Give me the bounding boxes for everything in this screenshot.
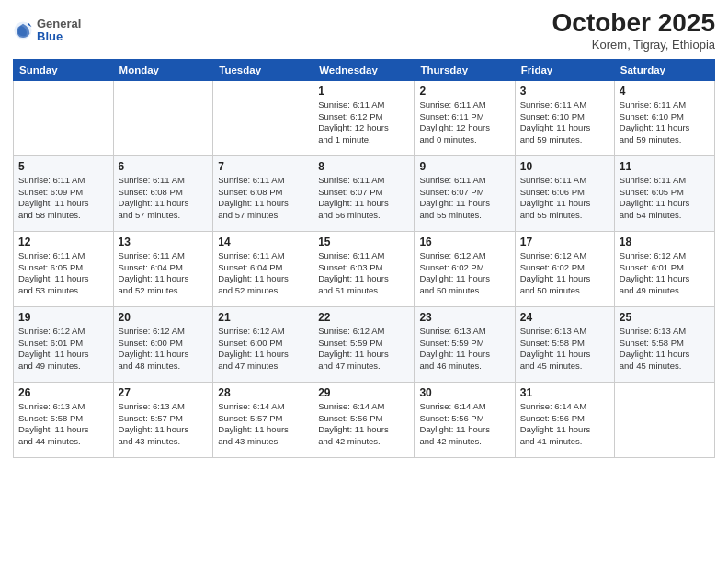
day-info: Sunrise: 6:11 AMSunset: 6:05 PMDaylight:…	[18, 250, 108, 297]
day-number: 2	[419, 85, 509, 98]
weekday-header-saturday: Saturday	[614, 59, 714, 80]
calendar-cell: 6Sunrise: 6:11 AMSunset: 6:08 PMDaylight…	[113, 155, 213, 231]
day-number: 13	[119, 236, 209, 248]
day-number: 29	[318, 386, 409, 399]
day-info: Sunrise: 6:11 AMSunset: 6:10 PMDaylight:…	[620, 99, 710, 146]
day-number: 5	[18, 160, 108, 173]
day-info: Sunrise: 6:11 AMSunset: 6:10 PMDaylight:…	[520, 99, 609, 146]
day-info: Sunrise: 6:11 AMSunset: 6:12 PMDaylight:…	[318, 99, 409, 146]
calendar-cell: 19Sunrise: 6:12 AMSunset: 6:01 PMDayligh…	[14, 306, 114, 382]
day-number: 14	[218, 236, 308, 248]
weekday-header-row: SundayMondayTuesdayWednesdayThursdayFrid…	[14, 59, 715, 80]
day-number: 8	[318, 160, 409, 173]
day-info: Sunrise: 6:12 AMSunset: 5:59 PMDaylight:…	[318, 326, 409, 373]
day-number: 19	[18, 311, 108, 324]
day-number: 1	[318, 85, 409, 98]
weekday-header-wednesday: Wednesday	[313, 59, 415, 80]
day-number: 9	[419, 160, 509, 173]
day-number: 20	[119, 311, 209, 324]
calendar-week-row: 19Sunrise: 6:12 AMSunset: 6:01 PMDayligh…	[14, 306, 715, 382]
calendar-cell: 5Sunrise: 6:11 AMSunset: 6:09 PMDaylight…	[14, 155, 114, 231]
calendar-week-row: 26Sunrise: 6:13 AMSunset: 5:58 PMDayligh…	[14, 382, 715, 457]
day-number: 26	[18, 386, 108, 399]
day-info: Sunrise: 6:12 AMSunset: 6:01 PMDaylight:…	[18, 326, 108, 373]
calendar-cell	[614, 382, 714, 457]
logo-general: General	[37, 17, 81, 30]
calendar-cell: 30Sunrise: 6:14 AMSunset: 5:56 PMDayligh…	[415, 382, 515, 457]
weekday-header-sunday: Sunday	[14, 59, 114, 80]
calendar-cell: 15Sunrise: 6:11 AMSunset: 6:03 PMDayligh…	[313, 231, 415, 306]
day-info: Sunrise: 6:14 AMSunset: 5:57 PMDaylight:…	[218, 401, 308, 448]
day-info: Sunrise: 6:13 AMSunset: 5:58 PMDaylight:…	[520, 326, 609, 373]
calendar-cell: 18Sunrise: 6:12 AMSunset: 6:01 PMDayligh…	[614, 231, 714, 306]
day-number: 7	[218, 160, 308, 173]
logo-blue: Blue	[37, 30, 81, 43]
calendar-week-row: 12Sunrise: 6:11 AMSunset: 6:05 PMDayligh…	[14, 231, 715, 306]
calendar-cell: 16Sunrise: 6:12 AMSunset: 6:02 PMDayligh…	[415, 231, 515, 306]
day-info: Sunrise: 6:12 AMSunset: 6:02 PMDaylight:…	[520, 250, 609, 297]
calendar-cell: 11Sunrise: 6:11 AMSunset: 6:05 PMDayligh…	[614, 155, 714, 231]
location-subtitle: Korem, Tigray, Ethiopia	[552, 38, 715, 52]
day-info: Sunrise: 6:11 AMSunset: 6:07 PMDaylight:…	[419, 175, 509, 222]
day-info: Sunrise: 6:13 AMSunset: 5:58 PMDaylight:…	[620, 326, 710, 373]
day-info: Sunrise: 6:14 AMSunset: 5:56 PMDaylight:…	[318, 401, 409, 448]
day-number: 17	[520, 236, 609, 248]
page-header: General Blue October 2025 Korem, Tigray,…	[13, 9, 715, 52]
day-info: Sunrise: 6:14 AMSunset: 5:56 PMDaylight:…	[520, 401, 609, 448]
calendar-cell: 1Sunrise: 6:11 AMSunset: 6:12 PMDaylight…	[313, 80, 415, 155]
day-info: Sunrise: 6:13 AMSunset: 5:57 PMDaylight:…	[119, 401, 209, 448]
day-info: Sunrise: 6:11 AMSunset: 6:11 PMDaylight:…	[419, 99, 509, 146]
calendar-cell	[213, 80, 313, 155]
day-number: 16	[419, 236, 509, 248]
day-info: Sunrise: 6:11 AMSunset: 6:09 PMDaylight:…	[18, 175, 108, 222]
logo-text: General Blue	[37, 17, 81, 44]
calendar-cell: 2Sunrise: 6:11 AMSunset: 6:11 PMDaylight…	[415, 80, 515, 155]
title-block: October 2025 Korem, Tigray, Ethiopia	[552, 9, 715, 52]
weekday-header-thursday: Thursday	[415, 59, 515, 80]
day-info: Sunrise: 6:11 AMSunset: 6:08 PMDaylight:…	[218, 175, 308, 222]
calendar-cell: 22Sunrise: 6:12 AMSunset: 5:59 PMDayligh…	[313, 306, 415, 382]
calendar-cell: 8Sunrise: 6:11 AMSunset: 6:07 PMDaylight…	[313, 155, 415, 231]
day-info: Sunrise: 6:11 AMSunset: 6:05 PMDaylight:…	[620, 175, 710, 222]
day-info: Sunrise: 6:12 AMSunset: 6:01 PMDaylight:…	[620, 250, 710, 297]
day-info: Sunrise: 6:12 AMSunset: 6:00 PMDaylight:…	[119, 326, 209, 373]
calendar-cell: 13Sunrise: 6:11 AMSunset: 6:04 PMDayligh…	[113, 231, 213, 306]
day-number: 21	[218, 311, 308, 324]
day-info: Sunrise: 6:11 AMSunset: 6:07 PMDaylight:…	[318, 175, 409, 222]
day-info: Sunrise: 6:11 AMSunset: 6:03 PMDaylight:…	[318, 250, 409, 297]
day-info: Sunrise: 6:12 AMSunset: 6:00 PMDaylight:…	[218, 326, 308, 373]
day-number: 10	[520, 160, 609, 173]
calendar-cell: 12Sunrise: 6:11 AMSunset: 6:05 PMDayligh…	[14, 231, 114, 306]
calendar-cell: 14Sunrise: 6:11 AMSunset: 6:04 PMDayligh…	[213, 231, 313, 306]
day-info: Sunrise: 6:14 AMSunset: 5:56 PMDaylight:…	[419, 401, 509, 448]
calendar-cell	[14, 80, 114, 155]
day-number: 25	[620, 311, 710, 324]
logo: General Blue	[13, 17, 81, 44]
day-number: 28	[218, 386, 308, 399]
calendar-cell: 21Sunrise: 6:12 AMSunset: 6:00 PMDayligh…	[213, 306, 313, 382]
day-info: Sunrise: 6:11 AMSunset: 6:08 PMDaylight:…	[119, 175, 209, 222]
calendar-cell	[113, 80, 213, 155]
day-info: Sunrise: 6:11 AMSunset: 6:06 PMDaylight:…	[520, 175, 609, 222]
day-number: 23	[419, 311, 509, 324]
calendar-table: SundayMondayTuesdayWednesdayThursdayFrid…	[13, 59, 715, 458]
day-number: 30	[419, 386, 509, 399]
calendar-cell: 9Sunrise: 6:11 AMSunset: 6:07 PMDaylight…	[415, 155, 515, 231]
weekday-header-tuesday: Tuesday	[213, 59, 313, 80]
day-number: 11	[620, 160, 710, 173]
calendar-cell: 26Sunrise: 6:13 AMSunset: 5:58 PMDayligh…	[14, 382, 114, 457]
calendar-cell: 24Sunrise: 6:13 AMSunset: 5:58 PMDayligh…	[515, 306, 614, 382]
calendar-cell: 27Sunrise: 6:13 AMSunset: 5:57 PMDayligh…	[113, 382, 213, 457]
page-container: General Blue October 2025 Korem, Tigray,…	[0, 0, 728, 563]
day-info: Sunrise: 6:13 AMSunset: 5:58 PMDaylight:…	[18, 401, 108, 448]
day-number: 31	[520, 386, 609, 399]
calendar-cell: 4Sunrise: 6:11 AMSunset: 6:10 PMDaylight…	[614, 80, 714, 155]
day-info: Sunrise: 6:12 AMSunset: 6:02 PMDaylight:…	[419, 250, 509, 297]
calendar-cell: 7Sunrise: 6:11 AMSunset: 6:08 PMDaylight…	[213, 155, 313, 231]
month-title: October 2025	[552, 9, 715, 38]
day-number: 12	[18, 236, 108, 248]
day-number: 4	[620, 85, 710, 98]
day-number: 18	[620, 236, 710, 248]
weekday-header-monday: Monday	[113, 59, 213, 80]
calendar-cell: 28Sunrise: 6:14 AMSunset: 5:57 PMDayligh…	[213, 382, 313, 457]
